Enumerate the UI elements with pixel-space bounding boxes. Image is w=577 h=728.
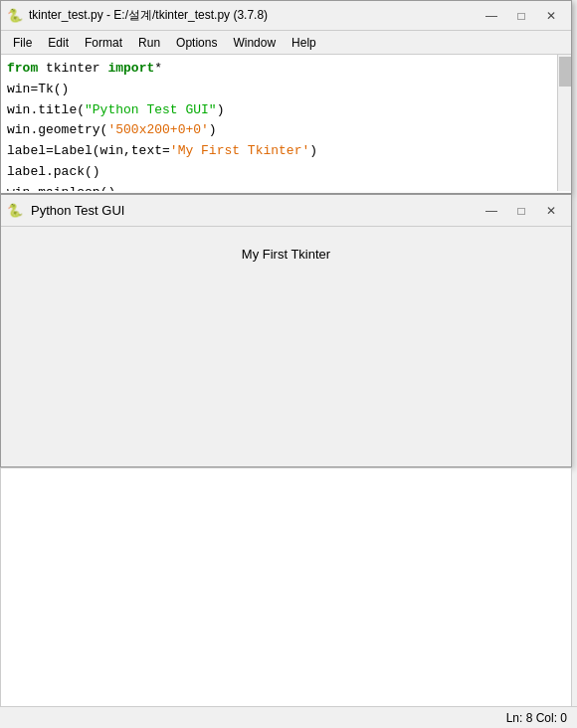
code-line-3: win.title("Python Test GUI") xyxy=(7,100,565,121)
scrollbar-thumb xyxy=(559,57,571,87)
editor-content[interactable]: from tkinter import* win=Tk() win.title(… xyxy=(1,55,571,191)
editor-menubar: File Edit Format Run Options Window Help xyxy=(1,31,571,55)
editor-title: tkinter_test.py - E:/설계/tkinter_test.py … xyxy=(29,7,268,24)
menu-help[interactable]: Help xyxy=(284,34,324,52)
menu-edit[interactable]: Edit xyxy=(40,34,77,52)
code-line-5: label=Label(win,text='My First Tkinter') xyxy=(7,141,565,162)
tkinter-titlebar-buttons: — □ ✕ xyxy=(478,201,565,221)
code-line-2: win=Tk() xyxy=(7,80,565,100)
menu-format[interactable]: Format xyxy=(77,34,130,52)
tkinter-window: 🐍 Python Test GUI — □ ✕ My First Tkinter xyxy=(0,194,572,467)
tkinter-label: My First Tkinter xyxy=(242,247,330,262)
python-icon: 🐍 xyxy=(7,8,23,24)
code-line-7: win.mainloop() xyxy=(7,183,565,191)
tkinter-minimize-button[interactable]: — xyxy=(478,201,505,221)
editor-titlebar-buttons: — □ ✕ xyxy=(478,6,565,26)
tkinter-icon: 🐍 xyxy=(7,203,23,219)
statusbar: Ln: 8 Col: 0 xyxy=(0,706,577,728)
editor-titlebar: 🐍 tkinter_test.py - E:/설계/tkinter_test.p… xyxy=(1,1,571,31)
statusbar-text: Ln: 8 Col: 0 xyxy=(506,711,567,725)
editor-maximize-button[interactable]: □ xyxy=(507,6,535,26)
menu-run[interactable]: Run xyxy=(130,34,168,52)
tkinter-content: My First Tkinter xyxy=(1,227,571,466)
editor-window: 🐍 tkinter_test.py - E:/설계/tkinter_test.p… xyxy=(0,0,572,194)
menu-file[interactable]: File xyxy=(5,34,40,52)
menu-window[interactable]: Window xyxy=(225,34,284,52)
editor-close-button[interactable]: ✕ xyxy=(537,6,565,26)
tkinter-close-button[interactable]: ✕ xyxy=(537,201,565,221)
editor-minimize-button[interactable]: — xyxy=(478,6,505,26)
bottom-area xyxy=(0,467,572,721)
code-line-4: win.geometry('500x200+0+0') xyxy=(7,120,565,141)
editor-title-left: 🐍 tkinter_test.py - E:/설계/tkinter_test.p… xyxy=(7,7,268,24)
tkinter-title: Python Test GUI xyxy=(31,203,124,218)
code-line-6: label.pack() xyxy=(7,162,565,183)
tkinter-title-left: 🐍 Python Test GUI xyxy=(7,203,124,219)
tkinter-titlebar: 🐍 Python Test GUI — □ ✕ xyxy=(1,195,571,227)
menu-options[interactable]: Options xyxy=(168,34,225,52)
editor-scrollbar[interactable] xyxy=(557,55,571,191)
code-line-1: from tkinter import* xyxy=(7,59,565,80)
tkinter-maximize-button[interactable]: □ xyxy=(507,201,535,221)
